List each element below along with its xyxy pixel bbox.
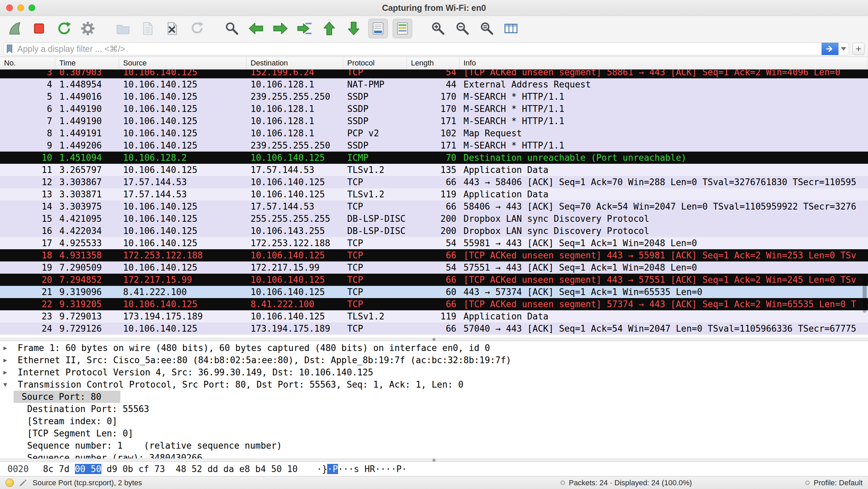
- hex-bytes: 8c 7d 00 50 d9 0b cf 73 48 52 dd da e8 b…: [43, 464, 298, 474]
- detail-line[interactable]: Sequence number (raw): 3480430266: [0, 452, 868, 458]
- packet-row-20[interactable]: 207.294852172.217.15.9910.106.140.125TCP…: [0, 274, 868, 286]
- detail-line[interactable]: [TCP Segment Len: 0]: [0, 427, 868, 439]
- packet-row-12[interactable]: 123.30386717.57.144.5310.106.140.125TCP6…: [0, 176, 868, 188]
- apply-filter-button[interactable]: [822, 43, 839, 55]
- close-capture-file-button[interactable]: [162, 19, 182, 38]
- filter-history-dropdown[interactable]: [839, 43, 849, 55]
- go-last-packet-button[interactable]: [344, 19, 363, 38]
- detail-line[interactable]: [Stream index: 0]: [0, 415, 868, 427]
- expander-expanded-icon[interactable]: ▼: [0, 378, 12, 391]
- packet-counts: Packets: 24 · Displayed: 24 (100.0%): [560, 478, 692, 487]
- packet-row-10[interactable]: 101.45109410.106.128.210.106.140.125ICMP…: [0, 152, 868, 164]
- packet-row-24[interactable]: 249.72912610.106.140.125173.194.175.189T…: [0, 322, 868, 335]
- open-capture-file-button[interactable]: [113, 19, 133, 38]
- reload-capture-file-button[interactable]: [186, 19, 206, 38]
- packet-row-13[interactable]: 133.30387117.57.144.5310.106.140.125TLSv…: [0, 188, 868, 200]
- zoom-normal-button[interactable]: [477, 19, 496, 38]
- zoom-out-button[interactable]: [452, 19, 472, 38]
- detail-line[interactable]: ▶Frame 1: 60 bytes on wire (480 bits), 6…: [0, 342, 868, 354]
- go-back-button[interactable]: [246, 19, 266, 38]
- detail-text: Destination Port: 55563: [22, 403, 149, 415]
- cell-source: 10.106.140.125: [119, 298, 246, 310]
- expander-collapsed-icon[interactable]: ▶: [0, 342, 12, 354]
- hex-dump-line[interactable]: 0020 8c 7d 00 50 d9 0b cf 73 48 52 dd da…: [0, 464, 407, 474]
- expander-collapsed-icon[interactable]: ▶: [0, 366, 12, 378]
- details-bytes-splitter[interactable]: [0, 458, 868, 462]
- splitter-handle-icon: [433, 338, 436, 341]
- column-header-source[interactable]: Source: [119, 57, 246, 69]
- packet-row-22[interactable]: 229.31920510.106.140.1258.41.222.100TCP6…: [0, 298, 868, 310]
- cell-length: 44: [407, 78, 459, 91]
- cell-no: 23: [0, 310, 55, 322]
- detail-line[interactable]: Source Port: 80: [0, 391, 868, 403]
- packet-row-23[interactable]: 239.729013173.194.175.18910.106.140.125T…: [0, 310, 868, 322]
- cell-source: 10.106.140.125: [119, 103, 246, 115]
- list-details-splitter[interactable]: [0, 338, 868, 341]
- profile-selector[interactable]: Profile: Default: [805, 478, 863, 487]
- display-filter-input[interactable]: [15, 43, 822, 55]
- filter-bookmark-icon[interactable]: [4, 44, 15, 54]
- cell-protocol: TCP: [343, 249, 407, 261]
- cell-no: 11: [0, 164, 55, 176]
- packet-row-5[interactable]: 51.44901610.106.140.125239.255.255.250SS…: [0, 91, 868, 103]
- auto-scroll-toggle-button[interactable]: [368, 19, 388, 38]
- vertical-scrollbar-thumb[interactable]: [863, 277, 867, 313]
- packet-row-7[interactable]: 71.44919010.106.140.12510.106.128.1SSDP1…: [0, 115, 868, 127]
- colorize-toggle-button[interactable]: [393, 19, 412, 38]
- expander-collapsed-icon[interactable]: ▶: [0, 354, 12, 366]
- main-toolbar: [0, 16, 868, 41]
- go-forward-button[interactable]: [271, 19, 290, 38]
- go-to-packet-button[interactable]: [295, 19, 315, 38]
- packet-row-18[interactable]: 184.931358172.253.122.18810.106.140.125T…: [0, 249, 868, 261]
- find-packet-button[interactable]: [222, 19, 241, 38]
- cell-destination: 17.57.144.53: [246, 200, 343, 213]
- detail-line[interactable]: ▼Transmission Control Protocol, Src Port…: [0, 378, 868, 391]
- packet-row-16[interactable]: 164.42203410.106.140.12510.106.143.255DB…: [0, 225, 868, 237]
- column-header-info[interactable]: Info: [459, 57, 868, 69]
- cell-destination: 10.106.140.125: [246, 310, 343, 322]
- cell-length: 170: [407, 103, 459, 115]
- packet-row-3[interactable]: 30.30790310.106.140.125152.199.6.24TCP54…: [0, 70, 868, 78]
- column-header-length[interactable]: Length: [407, 57, 459, 69]
- add-filter-button[interactable]: +: [852, 43, 865, 55]
- detail-text: Frame 1: 60 bytes on wire (480 bits), 60…: [12, 342, 490, 354]
- detail-line[interactable]: ▶Internet Protocol Version 4, Src: 36.99…: [0, 366, 868, 378]
- start-capture-button[interactable]: [5, 19, 24, 38]
- cell-protocol: SSDP: [343, 91, 407, 103]
- packet-row-9[interactable]: 91.44920610.106.140.125239.255.255.250SS…: [0, 139, 868, 152]
- column-header-no[interactable]: No.: [0, 57, 55, 69]
- traffic-lights: [0, 4, 35, 11]
- capture-comment-icon[interactable]: [19, 478, 28, 487]
- save-capture-file-button[interactable]: [138, 19, 157, 38]
- cell-length: 200: [407, 225, 459, 237]
- capture-options-button[interactable]: [78, 19, 98, 38]
- packet-row-19[interactable]: 197.29050910.106.140.125172.217.15.99TCP…: [0, 261, 868, 274]
- cell-destination: 10.106.140.125: [246, 176, 343, 188]
- detail-line[interactable]: ▶Ethernet II, Src: Cisco_5a:ee:80 (84:b8…: [0, 354, 868, 366]
- packet-row-11[interactable]: 113.26579710.106.140.12517.57.144.53TLSv…: [0, 164, 868, 176]
- zoom-in-button[interactable]: [428, 19, 448, 38]
- packet-row-14[interactable]: 143.30397510.106.140.12517.57.144.53TCP6…: [0, 200, 868, 213]
- packet-row-6[interactable]: 61.44919010.106.140.12510.106.128.1SSDP1…: [0, 103, 868, 115]
- packet-row-4[interactable]: 41.44895410.106.140.12510.106.128.1NAT-P…: [0, 78, 868, 91]
- minimize-window-button[interactable]: [17, 4, 24, 11]
- detail-line[interactable]: Destination Port: 55563: [0, 403, 868, 415]
- detail-text: [Stream index: 0]: [22, 415, 117, 427]
- restart-capture-button[interactable]: [54, 19, 73, 38]
- go-first-packet-button[interactable]: [319, 19, 339, 38]
- zoom-window-button[interactable]: [28, 4, 35, 11]
- packets-status-icon: [560, 481, 565, 485]
- column-header-protocol[interactable]: Protocol: [343, 57, 407, 69]
- cell-time: 4.421095: [55, 213, 119, 225]
- packet-row-17[interactable]: 174.92553310.106.140.125172.253.122.188T…: [0, 237, 868, 249]
- packet-row-15[interactable]: 154.42109510.106.140.125255.255.255.255D…: [0, 213, 868, 225]
- column-header-destination[interactable]: Destination: [246, 57, 343, 69]
- packet-row-21[interactable]: 219.3190968.41.222.10010.106.140.125TCP6…: [0, 286, 868, 298]
- column-header-time[interactable]: Time: [55, 57, 119, 69]
- packet-row-8[interactable]: 81.44919110.106.140.12510.106.128.1PCP v…: [0, 127, 868, 139]
- resize-columns-button[interactable]: [501, 19, 521, 38]
- close-window-button[interactable]: [6, 4, 13, 11]
- detail-line[interactable]: Sequence number: 1 (relative sequence nu…: [0, 439, 868, 452]
- stop-capture-button[interactable]: [29, 19, 49, 38]
- expert-info-button[interactable]: [5, 478, 14, 487]
